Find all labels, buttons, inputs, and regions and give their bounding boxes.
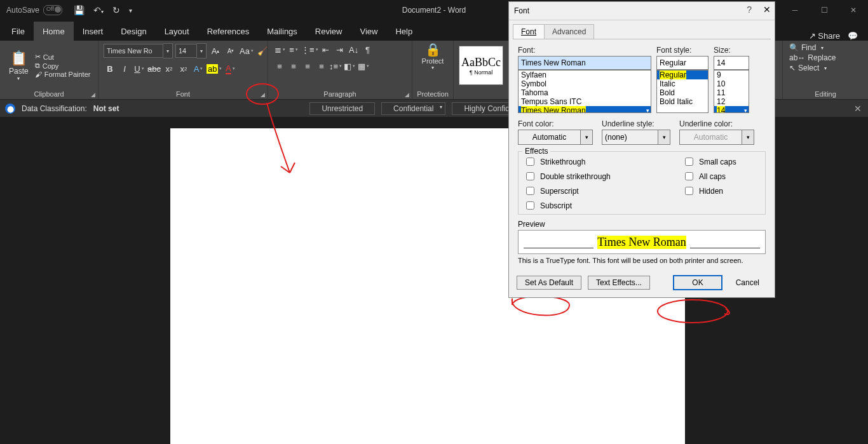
bold-button[interactable]: B [104, 62, 116, 75]
style-option-bold[interactable]: Bold [657, 88, 708, 97]
align-center-button[interactable]: ≡ [287, 60, 300, 72]
size-option-10[interactable]: 10 [714, 79, 749, 88]
show-marks-button[interactable]: ¶ [362, 43, 374, 56]
tab-references[interactable]: References [198, 22, 258, 41]
font-color-select[interactable]: Automatic▾ [518, 130, 593, 145]
help-icon[interactable]: ? [747, 4, 752, 15]
ok-button[interactable]: OK [674, 276, 721, 290]
sort-button[interactable]: A↓ [348, 43, 360, 56]
paste-button[interactable]: 📋 Paste ▾ [5, 49, 32, 83]
font-style-list[interactable]: Regular Italic Bold Bold Italic [656, 70, 709, 113]
font-name-input[interactable] [104, 44, 163, 58]
font-name-field[interactable] [518, 56, 651, 70]
dialog-titlebar[interactable]: Font ? ✕ [509, 2, 775, 20]
tab-view[interactable]: View [351, 22, 386, 41]
text-effects-button[interactable]: Text Effects... [588, 276, 650, 290]
class-unrestricted[interactable]: Unrestricted [309, 102, 375, 115]
tab-insert[interactable]: Insert [74, 22, 112, 41]
align-left-button[interactable]: ≡ [273, 60, 286, 72]
tab-file[interactable]: File [3, 22, 34, 41]
font-style-field[interactable] [656, 56, 709, 70]
checkbox-strikethrough[interactable]: Strikethrough [524, 156, 682, 168]
justify-button[interactable]: ≡ [315, 60, 328, 72]
numbering-button[interactable]: ≡▾ [287, 43, 300, 56]
font-size-field[interactable] [714, 56, 749, 70]
borders-button[interactable]: ▦▾ [357, 60, 370, 72]
tab-design[interactable]: Design [112, 22, 155, 41]
style-normal[interactable]: AaBbCc ¶ Normal [459, 46, 503, 85]
tab-help[interactable]: Help [386, 22, 421, 41]
text-effects-button[interactable]: A▾ [192, 62, 205, 75]
italic-button[interactable]: I [118, 62, 131, 75]
shading-button[interactable]: ◧▾ [343, 60, 356, 72]
tab-review[interactable]: Review [306, 22, 351, 41]
font-list[interactable]: Sylfaen Symbol Tahoma Tempus Sans ITC Ti… [518, 70, 651, 113]
font-size-dropdown-icon[interactable]: ▾ [197, 43, 207, 58]
cancel-button[interactable]: Cancel [728, 276, 767, 289]
font-option-symbol[interactable]: Symbol [519, 79, 651, 88]
replace-button[interactable]: ab↔Replace [789, 53, 862, 62]
increase-indent-button[interactable]: ⇥ [334, 43, 346, 56]
protect-button[interactable]: 🔒 Protect ▾ [414, 42, 452, 71]
checkbox-allcaps[interactable]: All caps [682, 170, 736, 182]
tab-layout[interactable]: Layout [156, 22, 198, 41]
autosave-toggle[interactable]: Off [43, 5, 62, 15]
style-option-regular[interactable]: Regular [657, 71, 708, 79]
cut-button[interactable]: ✂Cut [35, 53, 91, 61]
undo-icon[interactable]: ↶▾ [93, 5, 104, 15]
class-confidential[interactable]: Confidential▾ [381, 102, 445, 115]
underline-style-select[interactable]: (none)▾ [602, 130, 670, 145]
font-option-tahoma[interactable]: Tahoma [519, 88, 651, 97]
dialog-tab-font[interactable]: Font [513, 24, 545, 39]
format-painter-button[interactable]: 🖌Format Painter [35, 71, 91, 78]
tab-home[interactable]: Home [34, 22, 74, 41]
style-option-italic[interactable]: Italic [657, 79, 708, 88]
font-size-list[interactable]: 9 10 11 12 14▾ [714, 70, 749, 113]
change-case-button[interactable]: Aa▾ [240, 44, 254, 57]
clear-format-button[interactable]: 🧹 [256, 44, 269, 57]
paragraph-launcher-icon[interactable]: ◢ [405, 91, 409, 98]
checkbox-double-strike[interactable]: Double strikethrough [524, 170, 682, 182]
dialog-close-icon[interactable]: ✕ [763, 4, 771, 15]
share-button[interactable]: ↗ Share [809, 31, 840, 41]
tab-mailings[interactable]: Mailings [258, 22, 306, 41]
comments-icon[interactable]: 💬 [848, 31, 858, 41]
checkbox-smallcaps[interactable]: Small caps [682, 156, 736, 168]
highlight-button[interactable]: ab▾ [207, 62, 222, 75]
copy-button[interactable]: ⧉Copy [35, 62, 91, 70]
font-option-tempus[interactable]: Tempus Sans ITC [519, 97, 651, 106]
size-option-12[interactable]: 12 [714, 97, 749, 106]
subscript-button[interactable]: x2 [163, 62, 175, 75]
close-icon[interactable]: ✕ [839, 0, 868, 20]
close-bar-icon[interactable]: ✕ [854, 104, 862, 114]
size-option-14-selected[interactable]: 14▾ [714, 106, 749, 113]
shrink-font-button[interactable]: A▾ [224, 44, 237, 57]
font-option-times-selected[interactable]: Times New Roman▾ [519, 106, 651, 113]
style-option-bolditalic[interactable]: Bold Italic [657, 97, 708, 106]
font-name-dropdown-icon[interactable]: ▾ [163, 43, 173, 58]
set-default-button[interactable]: Set As Default [517, 276, 581, 290]
maximize-icon[interactable]: ☐ [810, 0, 839, 20]
decrease-indent-button[interactable]: ⇤ [320, 43, 332, 56]
line-spacing-button[interactable]: ↕≡▾ [329, 60, 342, 72]
checkbox-subscript[interactable]: Subscript [524, 199, 682, 212]
font-option-sylfaen[interactable]: Sylfaen [519, 71, 651, 79]
font-size-input[interactable] [175, 44, 197, 58]
size-option-9[interactable]: 9 [714, 71, 749, 79]
multilevel-button[interactable]: ⋮≡▾ [301, 43, 318, 56]
size-option-11[interactable]: 11 [714, 88, 749, 97]
align-right-button[interactable]: ≡ [301, 60, 314, 72]
grow-font-button[interactable]: A▴ [209, 44, 222, 57]
dialog-tab-advanced[interactable]: Advanced [544, 24, 594, 39]
font-color-button[interactable]: A▾ [224, 62, 236, 75]
save-icon[interactable]: 💾 [74, 5, 85, 15]
find-button[interactable]: 🔍Find▾ [789, 43, 862, 52]
redo-icon[interactable]: ↻ [112, 5, 120, 15]
bullets-button[interactable]: ≣▾ [273, 43, 286, 56]
clipboard-launcher-icon[interactable]: ◢ [91, 91, 95, 98]
superscript-button[interactable]: x2 [177, 62, 190, 75]
underline-button[interactable]: U▾ [133, 62, 146, 75]
customize-qat-icon[interactable]: ▾ [129, 7, 132, 14]
select-button[interactable]: ↖Select▾ [789, 64, 862, 72]
font-launcher-icon[interactable]: ◢ [261, 91, 265, 98]
